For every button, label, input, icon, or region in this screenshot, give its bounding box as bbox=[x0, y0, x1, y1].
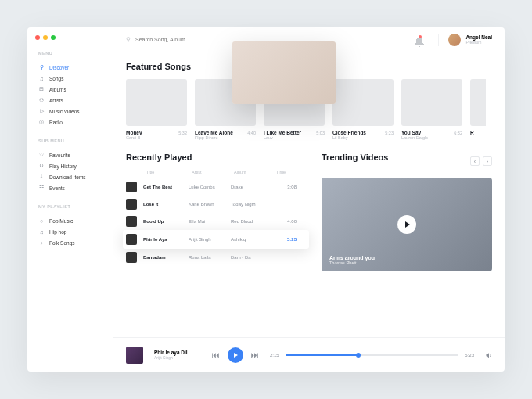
sidebar-item-label: Favourite bbox=[49, 153, 70, 158]
sidebar-item-radio[interactable]: ◎Radio bbox=[38, 117, 113, 128]
sidebar-item-favourite[interactable]: ♡Favourite bbox=[38, 149, 113, 160]
video-artist: Thomas Rhett bbox=[329, 261, 375, 265]
sidebar-item-label: Artists bbox=[49, 98, 63, 103]
progress-area: 2:15 5:23 bbox=[270, 353, 474, 358]
app-window: MENU ⚲Discover ♫Songs ⊟Albums ⚇Artists ▷… bbox=[27, 27, 505, 372]
search-icon: ⚲ bbox=[126, 36, 131, 43]
song-duration: 6:32 bbox=[454, 131, 462, 135]
album-art bbox=[126, 199, 137, 210]
recently-played: Recently Played TitleArtistAlbumTime Get… bbox=[126, 153, 306, 271]
heart-icon: ♡ bbox=[38, 152, 45, 158]
progress-slider[interactable] bbox=[286, 354, 459, 356]
sidebar-item-label: Events bbox=[49, 185, 65, 191]
album-art bbox=[126, 182, 137, 192]
prev-button[interactable]: ‹ bbox=[470, 156, 480, 166]
sidebar-item-label: Albums bbox=[49, 87, 66, 92]
floating-preview-card[interactable] bbox=[232, 41, 336, 104]
player-bar: Phir le aya Dil Arijit Singh ⏮ ⏭ 2:15 5:… bbox=[113, 337, 505, 372]
playlist-icon: ♫ bbox=[38, 228, 45, 235]
sidebar-item-artists[interactable]: ⚇Artists bbox=[38, 95, 113, 106]
song-duration: 5:23 bbox=[385, 131, 394, 135]
sidebar-section-title: MENU bbox=[38, 51, 113, 56]
featured-card[interactable]: Close Friends5:23Lil Baby bbox=[332, 79, 394, 140]
sidebar-item-label: Pop Music bbox=[49, 218, 73, 224]
play-button[interactable] bbox=[228, 347, 243, 363]
volume-icon[interactable]: 🔉︎ bbox=[485, 351, 492, 359]
playlist-icon: ○ bbox=[38, 217, 45, 224]
player-controls: ⏮ ⏭ bbox=[212, 347, 259, 363]
recently-played-heading: Recently Played bbox=[126, 153, 306, 162]
avatar bbox=[448, 34, 461, 46]
album-art bbox=[126, 234, 137, 245]
radio-icon: ◎ bbox=[38, 119, 45, 125]
now-playing-title: Phir le aya Dil bbox=[154, 350, 201, 356]
song-artist: Flipp Dinero bbox=[195, 135, 256, 140]
sidebar-item-label: Folk Songs bbox=[49, 240, 75, 246]
prev-track-button[interactable]: ⏮ bbox=[212, 350, 220, 359]
next-track-button[interactable]: ⏭ bbox=[251, 350, 259, 359]
next-button[interactable]: › bbox=[483, 156, 492, 166]
featured-card[interactable]: R bbox=[470, 79, 486, 140]
sidebar-item-label: Hip hop bbox=[49, 229, 66, 235]
featured-card[interactable]: Money5:32Cardi B bbox=[126, 79, 187, 140]
now-playing-art[interactable] bbox=[126, 347, 143, 364]
user-name: Angel Neal bbox=[466, 34, 492, 41]
play-button[interactable] bbox=[397, 215, 416, 234]
total-time: 5:23 bbox=[465, 353, 474, 358]
trending-video-card[interactable]: Arms around you Thomas Rhett bbox=[322, 178, 492, 271]
sidebar-item-songs[interactable]: ♫Songs bbox=[38, 73, 113, 84]
artist-icon: ⚇ bbox=[38, 97, 45, 103]
album-icon: ⊟ bbox=[38, 86, 45, 92]
album-art bbox=[126, 216, 137, 227]
playlist-icon: ♪ bbox=[38, 239, 45, 246]
album-art bbox=[126, 79, 187, 126]
album-art bbox=[470, 79, 486, 126]
song-duration: 4:40 bbox=[247, 131, 256, 135]
song-title: Money bbox=[126, 130, 142, 135]
song-artist: Lauren Daigle bbox=[401, 135, 462, 140]
sidebar-item-downloads[interactable]: ⤓Download Items bbox=[38, 171, 113, 182]
table-row[interactable]: Get The BestLuke CombsDrake3:08 bbox=[126, 178, 306, 196]
album-art bbox=[126, 252, 137, 263]
carousel-nav: ‹ › bbox=[470, 156, 492, 166]
search-icon: ⚲ bbox=[38, 64, 45, 70]
trending-videos: Trending Videos ‹ › Arms around you Thom… bbox=[322, 153, 505, 271]
song-artist: Lil Baby bbox=[332, 135, 394, 140]
song-duration: 5:32 bbox=[178, 131, 187, 135]
window-controls[interactable] bbox=[35, 35, 56, 40]
sidebar-item-pop-music[interactable]: ○Pop Music bbox=[38, 215, 113, 226]
featured-card[interactable]: You Say6:32Lauren Daigle bbox=[401, 79, 462, 140]
sidebar-item-discover[interactable]: ⚲Discover bbox=[38, 62, 113, 73]
notification-bell-icon[interactable]: 🔔︎ bbox=[413, 36, 421, 44]
song-title: Leave Me Alone bbox=[195, 130, 233, 135]
sidebar-section-title: MY PLAYLIST bbox=[38, 204, 113, 209]
sidebar-item-label: Music Videos bbox=[49, 109, 80, 114]
song-artist: Lauv bbox=[264, 135, 325, 140]
sidebar-item-albums[interactable]: ⊟Albums bbox=[38, 84, 113, 95]
calendar-icon: ☷ bbox=[38, 185, 45, 191]
table-row[interactable]: DamadamRuna LailaDam - Da bbox=[126, 249, 306, 266]
video-title: Arms around you bbox=[329, 255, 375, 261]
song-title: Close Friends bbox=[332, 130, 366, 135]
table-row[interactable]: Lose ItKane BrownToday Nigth bbox=[126, 196, 306, 213]
table-row-current[interactable]: Phir le AyaArijit SinghAshikiq5:23 bbox=[123, 230, 309, 249]
song-title: You Say bbox=[401, 130, 421, 135]
history-icon: ↻ bbox=[38, 163, 45, 169]
user-menu[interactable]: Angel Neal Premium bbox=[438, 34, 492, 46]
search-input[interactable] bbox=[135, 37, 229, 42]
table-header: TitleArtistAlbumTime bbox=[126, 170, 306, 178]
sidebar-item-play-history[interactable]: ↻Play History bbox=[38, 160, 113, 171]
sidebar: MENU ⚲Discover ♫Songs ⊟Albums ⚇Artists ▷… bbox=[27, 27, 113, 372]
sidebar-item-events[interactable]: ☷Events bbox=[38, 182, 113, 193]
table-row[interactable]: Boo'd UpElla MaiRed Blood4:00 bbox=[126, 213, 306, 230]
sidebar-item-music-videos[interactable]: ▷Music Videos bbox=[38, 106, 113, 117]
sidebar-item-folk[interactable]: ♪Folk Songs bbox=[38, 237, 113, 248]
user-role: Premium bbox=[466, 40, 492, 45]
album-art bbox=[332, 79, 394, 126]
sidebar-item-label: Download Items bbox=[49, 174, 86, 180]
song-title: R bbox=[470, 130, 474, 135]
sidebar-item-hiphop[interactable]: ♫Hip hop bbox=[38, 226, 113, 237]
song-duration: 5:03 bbox=[316, 131, 325, 135]
now-playing-artist: Arijit Singh bbox=[154, 355, 201, 360]
download-icon: ⤓ bbox=[38, 174, 45, 180]
